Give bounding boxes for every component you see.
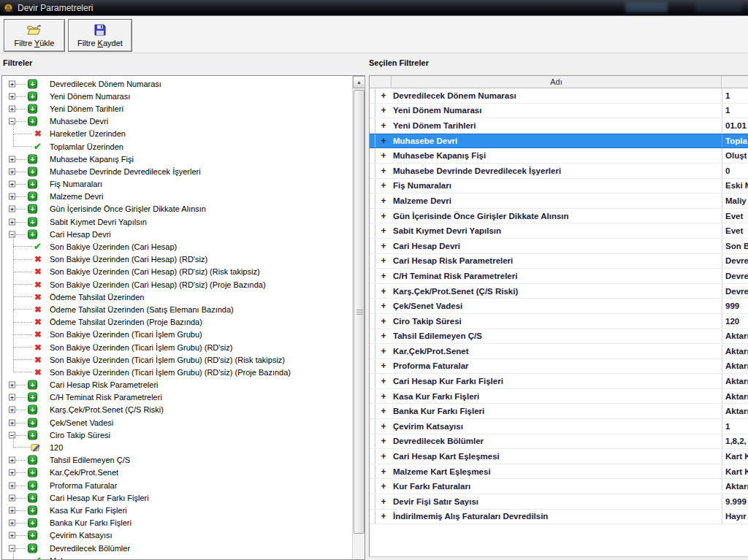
row-expand-plus[interactable]: + (375, 241, 392, 251)
filter-name-cell[interactable]: Devredilecek Dönem Numarası (392, 91, 722, 100)
table-row[interactable]: +Devredilecek Bölümler1,8,2, (370, 434, 748, 450)
table-row[interactable]: +Muhasebe Devrinde Devredilecek İşyerler… (370, 164, 748, 179)
tree-item-label[interactable]: Son Bakiye Üzerinden (Cari Hesap) (RD'si… (50, 255, 207, 264)
tree-item-label[interactable]: Toplamlar Üzerinden (50, 142, 123, 151)
tree-item[interactable]: ✔Toplamlar Üzerinden (3, 140, 351, 153)
table-row[interactable]: +Yeni Dönem Numarası1 (370, 104, 748, 119)
row-expand-plus[interactable]: + (375, 346, 392, 356)
tree-item[interactable]: −+Muhasebe Devri (3, 115, 351, 128)
row-expand-plus[interactable]: + (375, 271, 392, 281)
expand-toggle[interactable]: + (9, 105, 15, 112)
tree-item-label[interactable]: Malzeme Devri (50, 192, 103, 201)
tree-item[interactable]: ++Yeni Dönem Numarası (3, 90, 351, 102)
tree-item[interactable]: ++Cari Hesap Risk Parametreleri (3, 379, 351, 391)
tree-item[interactable]: ++Çek/Senet Vadesi (3, 416, 351, 429)
table-row[interactable]: +Cari Hesap Kur Farkı FişleriAktarı (370, 374, 748, 389)
table-row[interactable]: +İndirilmemiş Alış Faturaları Devredilsi… (370, 510, 748, 525)
row-expand-plus[interactable]: + (375, 436, 392, 446)
row-expand-plus[interactable]: + (375, 150, 392, 161)
tree-item[interactable]: ++Devredilecek Dönem Numarası (3, 77, 351, 90)
tree-item[interactable]: ++Çevirim Katsayısı (3, 529, 351, 542)
filter-value-cell[interactable]: Devre (722, 284, 748, 299)
tree-item-label[interactable]: Yeni Dönem Numarası (50, 92, 130, 101)
filter-value-cell[interactable]: Eski M (722, 179, 748, 193)
expand-toggle[interactable]: + (9, 156, 15, 162)
tree-item[interactable]: ✖Son Bakiye Üzerinden (Cari Hesap) (RD's… (3, 253, 351, 266)
tree-item[interactable]: −+Devredilecek Bölümler (3, 542, 351, 554)
row-expand-plus[interactable]: + (375, 361, 392, 371)
table-row[interactable]: +Karş.Çek/Prot.Senet (Ç/S Riski)Devre (370, 284, 748, 299)
filter-name-cell[interactable]: Kasa Kur Farkı Fişleri (392, 392, 722, 401)
filter-name-cell[interactable]: Muhasebe Devrinde Devredilecek İşyerleri (392, 166, 722, 175)
tree-item[interactable]: ++Proforma Faturalar (3, 479, 351, 491)
table-row[interactable]: +Muhasebe DevriTopla (370, 134, 748, 149)
tree-item-label[interactable]: 120 (50, 443, 63, 452)
row-expand-plus[interactable]: + (375, 376, 392, 386)
table-row[interactable]: +Kasa Kur Farkı FişleriAktarı (370, 389, 748, 404)
expand-toggle[interactable]: + (9, 168, 15, 174)
tree-item-label[interactable]: Karş.Çek/Prot.Senet (Ç/S Riski) (50, 405, 164, 414)
row-expand-plus[interactable]: + (375, 196, 392, 206)
expand-toggle[interactable]: + (9, 507, 15, 513)
row-expand-plus[interactable]: + (375, 286, 392, 296)
tree-item[interactable]: ++Banka Kur Farkı Fişleri (3, 517, 351, 529)
tree-item[interactable]: ++Muhasebe Kapanış Fişi (3, 153, 351, 165)
filter-name-cell[interactable]: Cari Hesap Devri (392, 242, 722, 250)
filter-value-cell[interactable]: Maliy (722, 193, 748, 208)
tree-item[interactable]: ++Kar.Çek/Prot.Senet (3, 467, 351, 479)
row-expand-plus[interactable]: + (375, 331, 392, 341)
row-expand-plus[interactable]: + (375, 91, 392, 101)
table-row[interactable]: +Cari Hesap Risk ParametreleriDevre (370, 254, 748, 269)
tree-item-label[interactable]: Ödeme Tahsilat Üzerinden (Satış Elemanı … (50, 305, 234, 314)
expand-toggle[interactable]: + (9, 494, 15, 501)
tree-item[interactable]: ✖Ödeme Tahsilat Üzerinden (Satış Elemanı… (3, 303, 351, 315)
expand-toggle[interactable]: + (9, 482, 15, 488)
table-row[interactable]: +Devredilecek Dönem Numarası1 (370, 88, 748, 104)
table-row[interactable]: +Malzeme DevriMaliy (370, 193, 748, 209)
table-row[interactable]: +Malzeme Kart EşleşmesiKart K (370, 464, 748, 480)
tree-item[interactable]: ++Fiş Numaraları (3, 178, 351, 191)
tree-item[interactable]: −+Cari Hesap Devri (3, 228, 351, 240)
tree-item[interactable]: ++Malzeme Devri (3, 191, 351, 203)
row-expand-plus[interactable]: + (375, 211, 392, 221)
tree-item-label[interactable]: Cari Hesap Risk Parametreleri (50, 380, 159, 389)
expand-toggle[interactable]: + (9, 419, 15, 426)
expand-toggle[interactable]: + (9, 520, 15, 526)
filter-name-cell[interactable]: Sabit Kıymet Devri Yapılsın (392, 226, 722, 235)
filter-name-cell[interactable]: Gün İçerisinde Önce Girişler Dikkate Alı… (392, 212, 722, 220)
save-filter-button[interactable]: Filtre Kaydet (68, 19, 132, 52)
tree-item-label[interactable]: Son Bakiye Üzerinden (Ticari İşlem Grubu… (50, 343, 232, 352)
row-expand-plus[interactable]: + (375, 301, 392, 311)
tree-item-label[interactable]: Devredilecek Dönem Numarası (50, 80, 161, 88)
filter-value-cell[interactable]: Aktarı (722, 359, 748, 374)
tree-item-label[interactable]: Devredilecek Bölümler (50, 544, 130, 553)
filter-value-cell[interactable]: Hayır (722, 510, 748, 524)
filter-name-cell[interactable]: Cari Hesap Risk Parametreleri (392, 256, 722, 265)
row-expand-plus[interactable]: + (375, 120, 392, 131)
tree-item-label[interactable]: Son Bakiye Üzerinden (Ticari İşlem Grubu… (50, 368, 291, 377)
table-row[interactable]: +Kar.Çek/Prot.SenetAktarı (370, 344, 748, 359)
expand-toggle[interactable]: + (9, 394, 15, 401)
table-row[interactable]: +Yeni Dönem Tarihleri01.01 (370, 118, 748, 134)
tree-item-label[interactable]: Malzeme (50, 556, 83, 559)
tree-item[interactable]: ++Yeni Dönem Tarihleri (3, 102, 351, 115)
tree-item-label[interactable]: Cari Hesap Kur Farkı Fişleri (50, 494, 149, 502)
tree-item[interactable]: ✖Son Bakiye Üzerinden (Ticari İşlem Grub… (3, 341, 351, 353)
tree-item[interactable]: ++C/H Teminat Risk Parametreleri (3, 391, 351, 404)
filter-name-cell[interactable]: Cari Hesap Kur Farkı Fişleri (392, 377, 722, 386)
tree-item[interactable]: 120 (3, 441, 351, 453)
filter-value-cell[interactable]: 0 (722, 164, 748, 178)
table-row[interactable]: +Muhasebe Kapanış FişiOluşt (370, 148, 748, 164)
table-row[interactable]: +Cari Hesap DevriSon B (370, 239, 748, 254)
tree-item-label[interactable]: Kasa Kur Farkı Fişleri (50, 506, 127, 515)
filter-value-cell[interactable]: Aktarı (722, 389, 748, 404)
filter-name-cell[interactable]: Malzeme Kart Eşleşmesi (392, 467, 722, 476)
table-row[interactable]: +Proforma FaturalarAktarı (370, 359, 748, 375)
row-expand-plus[interactable]: + (375, 511, 392, 521)
expand-toggle[interactable]: + (9, 407, 15, 413)
table-row[interactable]: +Kur Farkı FaturalarıAktarı (370, 479, 748, 494)
filter-value-cell[interactable]: 1 (722, 88, 748, 103)
tree-item-label[interactable]: Son Bakiye Üzerinden (Cari Hesap) (RD'si… (50, 267, 260, 276)
tree-item[interactable]: ✔Son Bakiye Üzerinden (Cari Hesap) (3, 240, 351, 253)
expand-toggle[interactable]: + (9, 382, 15, 388)
